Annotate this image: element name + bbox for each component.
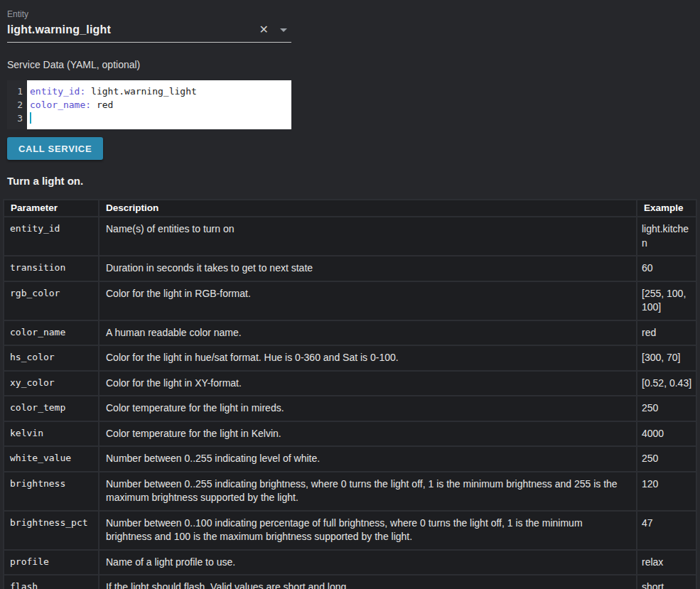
param-name-cell: flash xyxy=(4,575,99,589)
description-column-header: Description xyxy=(99,200,637,217)
param-row: white_value Number between 0..255 indica… xyxy=(4,446,696,472)
param-name-cell: color_temp xyxy=(4,396,99,421)
param-row: rgb_color Color for the light in RGB-for… xyxy=(4,281,696,320)
editor-code-line[interactable]: entity_id: light.warning_light xyxy=(30,85,286,98)
entity-input[interactable]: light.warning_light ✕ xyxy=(7,21,291,43)
editor-code-area[interactable]: entity_id: light.warning_lightcolor_name… xyxy=(27,80,291,129)
param-name-cell: profile xyxy=(4,550,99,576)
param-description-cell: Number between 0..255 indicating brightn… xyxy=(99,472,637,511)
text-cursor xyxy=(30,112,31,124)
param-description-cell: Color for the light in XY-format. xyxy=(99,371,637,396)
yaml-key: entity_id: xyxy=(30,86,85,97)
dropdown-caret-icon[interactable] xyxy=(280,28,287,32)
param-description-cell: Color temperature for the light in mired… xyxy=(99,396,637,421)
service-data-label: Service Data (YAML, optional) xyxy=(7,59,693,70)
param-description-cell: A human readable color name. xyxy=(99,320,637,346)
param-row: brightness_pct Number between 0..100 ind… xyxy=(4,511,696,550)
param-example-cell: [255, 100, 100] xyxy=(637,281,696,320)
param-row: profile Name of a light profile to use. … xyxy=(4,550,696,576)
param-description-cell: Color for the light in RGB-format. xyxy=(99,281,637,320)
param-description-cell: Number between 0..100 indicating percent… xyxy=(99,511,637,550)
param-example-cell: [300, 70] xyxy=(637,345,696,371)
param-row: color_name A human readable color name. … xyxy=(4,320,696,346)
param-name-cell: xy_color xyxy=(4,371,99,396)
service-params-table: Parameter Description Example entity_id … xyxy=(3,199,697,589)
param-row: flash If the light should flash. Valid v… xyxy=(4,575,696,589)
param-description-cell: Color for the light in hue/sat format. H… xyxy=(99,345,637,371)
editor-code-line[interactable]: color_name: red xyxy=(30,98,286,112)
param-row: kelvin Color temperature for the light i… xyxy=(4,421,696,447)
entity-field: Entity light.warning_light ✕ xyxy=(7,9,693,43)
param-example-cell: [0.52, 0.43] xyxy=(637,371,696,396)
param-name-cell: transition xyxy=(4,256,99,281)
editor-line-number: 2 xyxy=(14,98,23,112)
param-example-cell: 4000 xyxy=(637,421,696,447)
param-row: brightness Number between 0..255 indicat… xyxy=(4,472,696,511)
example-column-header: Example xyxy=(637,200,696,217)
service-description: Turn a light on. xyxy=(7,175,693,187)
param-row: hs_color Color for the light in hue/sat … xyxy=(4,345,696,371)
param-row: color_temp Color temperature for the lig… xyxy=(4,396,696,421)
param-description-cell: Duration in seconds it takes to get to n… xyxy=(99,256,637,281)
call-service-button[interactable]: CALL SERVICE xyxy=(7,137,103,160)
param-example-cell: 60 xyxy=(637,256,696,281)
editor-line-number: 3 xyxy=(14,112,23,125)
param-example-cell: 47 xyxy=(637,511,696,550)
clear-entity-icon[interactable]: ✕ xyxy=(259,24,269,36)
editor-line-numbers: 123 xyxy=(7,80,27,129)
param-name-cell: kelvin xyxy=(4,421,99,447)
param-name-cell: rgb_color xyxy=(4,281,99,320)
param-name-cell: color_name xyxy=(4,320,99,346)
service-data-editor[interactable]: 123 entity_id: light.warning_lightcolor_… xyxy=(7,80,291,129)
param-row: entity_id Name(s) of entities to turn on… xyxy=(4,217,696,256)
param-name-cell: entity_id xyxy=(4,217,99,256)
param-row: transition Duration in seconds it takes … xyxy=(4,256,696,281)
editor-code-line[interactable] xyxy=(30,112,286,125)
param-name-cell: brightness xyxy=(4,472,99,511)
param-example-cell: 250 xyxy=(637,396,696,421)
editor-line-number: 1 xyxy=(14,85,23,98)
param-example-cell: red xyxy=(637,320,696,346)
param-example-cell: short xyxy=(637,575,696,589)
param-example-cell: relax xyxy=(637,550,696,576)
entity-field-label: Entity xyxy=(7,9,693,19)
parameter-column-header: Parameter xyxy=(4,200,99,217)
param-description-cell: Name(s) of entities to turn on xyxy=(99,217,637,256)
table-header-row: Parameter Description Example xyxy=(4,200,696,217)
call-service-panel: Entity light.warning_light ✕ Service Dat… xyxy=(0,9,700,589)
param-example-cell: 120 xyxy=(637,472,696,511)
param-example-cell: light.kitchen xyxy=(637,217,696,256)
param-description-cell: Color temperature for the light in Kelvi… xyxy=(99,421,637,447)
param-row: xy_color Color for the light in XY-forma… xyxy=(4,371,696,396)
param-description-cell: If the light should flash. Valid values … xyxy=(99,575,637,589)
yaml-key: color_name: xyxy=(30,99,91,110)
param-name-cell: brightness_pct xyxy=(4,511,99,550)
param-example-cell: 250 xyxy=(637,446,696,472)
param-name-cell: hs_color xyxy=(4,345,99,371)
param-name-cell: white_value xyxy=(4,446,99,472)
param-description-cell: Name of a light profile to use. xyxy=(99,550,637,576)
param-description-cell: Number between 0..255 indicating level o… xyxy=(99,446,637,472)
entity-input-value[interactable]: light.warning_light xyxy=(7,23,259,36)
